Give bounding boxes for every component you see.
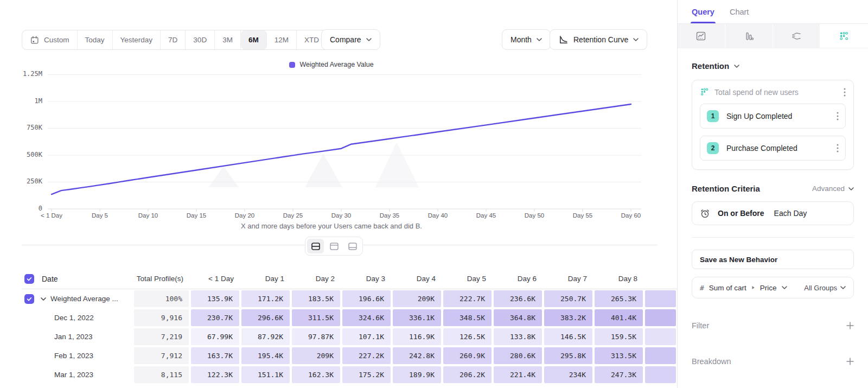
x-tick-label: < 1 Day bbox=[27, 212, 76, 219]
column-header: Day 8 bbox=[593, 275, 644, 283]
heat-cell: 222.7K bbox=[442, 289, 493, 308]
granularity-button[interactable]: Month bbox=[502, 29, 551, 50]
x-tick-label: Day 60 bbox=[607, 212, 655, 219]
x-tick-label: Day 10 bbox=[124, 212, 173, 219]
heat-cell: 126.5K bbox=[442, 327, 493, 346]
legend-swatch bbox=[289, 62, 295, 68]
event-step-1[interactable]: 1 Sign Up Completed bbox=[700, 104, 846, 129]
retention-tool[interactable] bbox=[820, 24, 868, 48]
add-filter-button[interactable] bbox=[846, 322, 854, 329]
x-tick-label: Day 30 bbox=[317, 212, 366, 219]
table-row[interactable]: Weighted Average ...100%135.9K171.2K183.… bbox=[22, 289, 677, 308]
column-header: Date bbox=[42, 275, 58, 283]
compare-button[interactable]: Compare bbox=[321, 29, 380, 50]
add-breakdown-button[interactable] bbox=[846, 358, 854, 365]
heat-cell: 221.4K bbox=[493, 365, 543, 384]
table-row[interactable]: Dec 1, 20229,916230.7K296.6K311.5K324.6K… bbox=[22, 308, 677, 327]
row-checkbox[interactable] bbox=[24, 294, 34, 304]
funnels-tool[interactable] bbox=[725, 24, 773, 48]
behavior-menu-button[interactable] bbox=[844, 88, 846, 97]
heat-cell: 311.5K bbox=[291, 308, 341, 327]
measure-selector[interactable]: # Sum of cart Price All Groups bbox=[692, 277, 854, 298]
chevron-down-icon bbox=[734, 65, 739, 68]
range-30d[interactable]: 30D bbox=[186, 30, 215, 49]
flows-tool[interactable] bbox=[773, 24, 821, 48]
heat-cell-partial bbox=[644, 327, 677, 346]
chevron-down-icon bbox=[782, 286, 787, 289]
column-header: Day 4 bbox=[392, 275, 442, 283]
layout-toggle-group bbox=[305, 237, 363, 256]
event-menu-button[interactable] bbox=[837, 112, 839, 120]
watermark-triangle bbox=[209, 166, 239, 187]
x-tick-label: Day 15 bbox=[172, 212, 221, 219]
retention-curve-icon bbox=[558, 35, 569, 45]
chevron-down-icon bbox=[840, 286, 846, 289]
y-tick-label: 1.25M bbox=[13, 70, 42, 78]
criteria-mode-selector[interactable]: Advanced bbox=[812, 185, 854, 193]
range-12m[interactable]: 12M bbox=[267, 30, 297, 49]
heat-cell: 383.2K bbox=[543, 308, 593, 327]
range-yesterday[interactable]: Yesterday bbox=[113, 30, 161, 49]
range-today[interactable]: Today bbox=[78, 30, 113, 49]
chevron-down-icon bbox=[848, 187, 854, 190]
column-header: < 1 Day bbox=[190, 275, 240, 283]
line-chart-icon bbox=[695, 31, 706, 41]
analysis-type-selector[interactable]: Retention bbox=[692, 61, 854, 71]
range-6m[interactable]: 6M bbox=[241, 30, 267, 49]
column-header: Day 6 bbox=[493, 275, 543, 283]
numeric-property-icon: # bbox=[700, 284, 704, 292]
heat-cell: 175.2K bbox=[341, 365, 392, 384]
kebab-menu-icon bbox=[837, 144, 839, 152]
table-only-toggle[interactable] bbox=[344, 239, 361, 253]
chart-only-toggle[interactable] bbox=[326, 239, 342, 253]
row-label: Weighted Average ... bbox=[50, 295, 118, 303]
chart-type-button[interactable]: Retention Curve bbox=[550, 29, 647, 50]
table-only-icon bbox=[348, 241, 358, 251]
heat-cell: 135.9K bbox=[190, 289, 240, 308]
x-tick-label: Day 35 bbox=[365, 212, 414, 219]
save-as-new-behavior-button[interactable]: Save as New Behavior bbox=[692, 250, 854, 269]
analysis-type-toolbar bbox=[678, 24, 868, 48]
split-view-icon bbox=[311, 241, 321, 251]
insights-chart-tool[interactable] bbox=[678, 24, 725, 48]
heat-cell: 364.8K bbox=[493, 308, 543, 327]
table-row[interactable]: Feb 1, 20237,912163.7K195.4K209K227.2K24… bbox=[22, 346, 677, 365]
range-3m[interactable]: 3M bbox=[215, 30, 241, 49]
range-7d[interactable]: 7D bbox=[161, 30, 186, 49]
event-label: Purchase Completed bbox=[726, 144, 797, 152]
kebab-menu-icon bbox=[837, 112, 839, 120]
tab-chart[interactable]: Chart bbox=[730, 0, 749, 23]
range-custom[interactable]: Custom bbox=[22, 30, 78, 49]
measure-property: Price bbox=[760, 284, 777, 292]
split-view-toggle[interactable] bbox=[307, 239, 324, 253]
tab-query[interactable]: Query bbox=[692, 0, 714, 23]
flows-icon bbox=[791, 31, 802, 41]
y-tick-label: 1M bbox=[13, 97, 42, 105]
x-tick-label: Day 5 bbox=[75, 212, 124, 219]
groups-selector[interactable]: All Groups bbox=[804, 284, 846, 292]
column-header: Total Profile(s) bbox=[133, 275, 190, 283]
heat-cell: 348.5K bbox=[442, 308, 493, 327]
heat-cell: 116.9K bbox=[392, 327, 442, 346]
retention-timing-selector[interactable]: On or Before Each Day bbox=[692, 201, 854, 225]
total-profiles-cell: 7,912 bbox=[133, 346, 190, 365]
row-label: Mar 1, 2023 bbox=[54, 371, 93, 379]
column-header: Day 5 bbox=[442, 275, 493, 283]
heat-cell: 133.8K bbox=[493, 327, 543, 346]
event-menu-button[interactable] bbox=[837, 144, 839, 152]
heat-cell: 195.4K bbox=[240, 346, 291, 365]
heat-cell-partial bbox=[644, 365, 677, 384]
row-checkbox[interactable] bbox=[24, 274, 34, 284]
watermark-triangle bbox=[305, 154, 342, 187]
measure-event: Sum of cart bbox=[709, 284, 746, 292]
heat-cell: 227.2K bbox=[341, 346, 392, 365]
table-row[interactable]: Mar 1, 20238,115122.3K151.1K162.3K175.2K… bbox=[22, 365, 677, 384]
heat-cell: 189.9K bbox=[392, 365, 442, 384]
retention-dots-icon bbox=[839, 31, 849, 41]
event-step-2[interactable]: 2 Purchase Completed bbox=[700, 136, 846, 161]
heat-cell: 171.2K bbox=[240, 289, 291, 308]
table-row[interactable]: Jan 1, 20237,21967.99K87.92K97.87K107.1K… bbox=[22, 327, 677, 346]
y-tick-label: 500K bbox=[13, 151, 42, 158]
expand-row-chevron[interactable] bbox=[41, 297, 46, 301]
total-profiles-cell: 9,916 bbox=[133, 308, 190, 327]
